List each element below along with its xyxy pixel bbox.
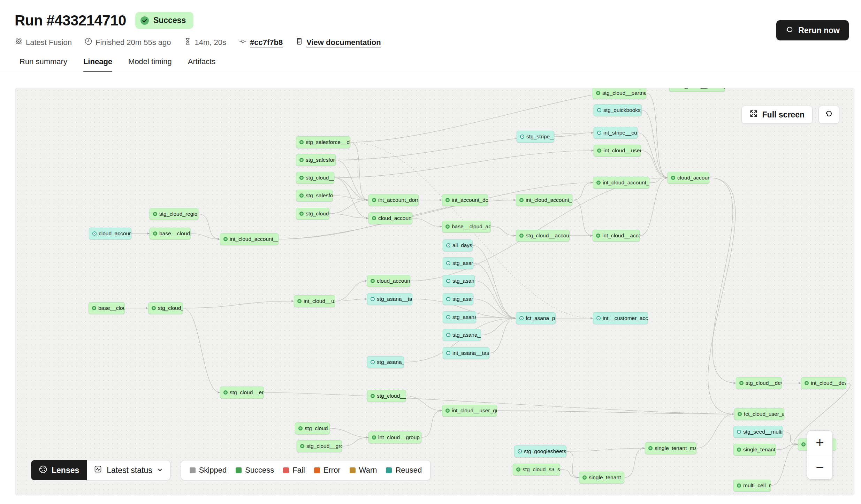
graph-node-n26[interactable]: stg_asana__…: [367, 356, 404, 368]
graph-node-n51[interactable]: int_cloud__devel…: [801, 377, 846, 389]
lineage-canvas[interactable]: cloud_account…stg_cloud_region…base__clo…: [15, 88, 854, 495]
graph-node-n9[interactable]: stg_cloud__us…: [296, 172, 334, 184]
graph-node-label: int_cloud__user_ac…: [603, 147, 641, 154]
graph-node-n1[interactable]: cloud_account…: [89, 228, 131, 239]
graph-node-n49[interactable]: single_tenant_mapp…: [645, 442, 696, 454]
graph-node-label: base__cloud_…: [159, 230, 191, 237]
legend-item-success: Success: [236, 466, 274, 475]
graph-node-n35[interactable]: int_cloud_account_ma…: [593, 177, 649, 189]
graph-node-n45[interactable]: int_cloud__group_per…: [368, 432, 421, 443]
graph-node-n44[interactable]: stg_cloud__group…: [297, 440, 342, 452]
reused-status-icon: [446, 279, 450, 283]
graph-node-n18[interactable]: int_cloud__accoun…: [593, 230, 640, 242]
graph-node-n15[interactable]: cloud_accounts_…: [368, 212, 412, 224]
graph-node-n50[interactable]: stg_cloud__devel…: [736, 377, 782, 389]
graph-node-n6[interactable]: stg_cloud_…: [148, 302, 183, 314]
graph-node-n41[interactable]: stg_cloud__us…: [367, 390, 406, 402]
graph-node-n33[interactable]: int_stripe__custo…: [594, 127, 638, 139]
graph-node-label: cloud_account…: [99, 230, 131, 237]
graph-node-n32[interactable]: stg_quickbooks__a…: [594, 104, 642, 116]
graph-node-n42[interactable]: int_cloud__user_group…: [442, 405, 497, 417]
rerun-icon: [785, 25, 794, 36]
reused-status-icon: [737, 430, 741, 434]
graph-node-n16[interactable]: base__cloud_acco…: [442, 221, 491, 232]
success-status-icon: [596, 234, 600, 238]
graph-node-label: base__clou…: [98, 305, 125, 311]
graph-node-label: stg_cloud__email…: [230, 389, 264, 396]
full-screen-button[interactable]: Full screen: [741, 106, 813, 124]
graph-node-n48[interactable]: single_tenant_map…: [579, 472, 624, 483]
graph-node-n23[interactable]: stg_asana__…: [443, 311, 476, 323]
graph-node-n25[interactable]: int_asana__task_s…: [443, 347, 489, 359]
graph-node-n22[interactable]: stg_asana…: [443, 293, 473, 305]
graph-node-n53[interactable]: stg_seed__multireg…: [733, 426, 783, 438]
graph-node-n34[interactable]: int_cloud__user_ac…: [594, 145, 641, 156]
success-status-icon: [299, 140, 304, 144]
graph-node-n27[interactable]: cloud_account…: [367, 275, 410, 287]
graph-node-n47[interactable]: stg_cloud_s3_singl…: [513, 464, 560, 475]
graph-node-n39[interactable]: int__customer_account…: [593, 312, 648, 324]
graph-node-n19[interactable]: all_days: [443, 239, 473, 251]
view-documentation-link[interactable]: View documentation: [306, 38, 381, 47]
graph-node-n29[interactable]: int_cloud__us…: [294, 295, 335, 307]
graph-node-n56[interactable]: multi_cell_m…: [733, 480, 771, 491]
zoom-out-button[interactable]: −: [807, 455, 832, 479]
success-status-icon: [519, 234, 524, 238]
graph-node-n46[interactable]: stg_googlesheets__sin…: [514, 445, 566, 457]
rerun-now-button[interactable]: Rerun now: [776, 20, 849, 40]
tab-artifacts[interactable]: Artifacts: [188, 57, 215, 72]
reused-status-icon: [92, 231, 97, 236]
refresh-icon: [824, 109, 833, 120]
graph-node-label: fct_cloud_user_acc…: [744, 411, 784, 417]
graph-node-n28[interactable]: stg_asana__tas…: [367, 293, 412, 305]
refresh-graph-button[interactable]: [818, 106, 839, 124]
graph-node-n8[interactable]: stg_salesforce_…: [296, 154, 336, 166]
graph-node-n21[interactable]: stg_asana_…: [443, 275, 475, 287]
lens-selector[interactable]: Latest status: [87, 460, 170, 480]
graph-node-n10[interactable]: stg_salesforce…: [296, 190, 333, 201]
graph-node-label: stg_cloud_region…: [159, 211, 198, 217]
graph-node-n36[interactable]: cloud_account…: [668, 172, 709, 184]
tab-lineage[interactable]: Lineage: [83, 57, 112, 72]
graph-node-n4[interactable]: int_cloud_account__m…: [220, 233, 279, 245]
graph-node-label: stg_cloud_…: [305, 425, 330, 432]
graph-node-n30[interactable]: stg_stripe__c…: [517, 131, 554, 143]
graph-node-n7[interactable]: stg_salesforce__cloud_…: [296, 136, 350, 148]
tab-bar: Run summary Lineage Model timing Artifac…: [0, 57, 861, 72]
graph-node-n54[interactable]: single_tenant_…: [733, 444, 776, 456]
zoom-in-button[interactable]: +: [807, 431, 832, 455]
success-status-icon: [298, 426, 303, 430]
graph-node-n5[interactable]: base__clou…: [89, 302, 125, 314]
lenses-button[interactable]: Lenses: [31, 460, 87, 480]
graph-node-label: single_tenant_map…: [589, 474, 624, 481]
tab-model-timing[interactable]: Model timing: [128, 57, 172, 72]
commit-link[interactable]: #cc7f7b8: [250, 38, 283, 47]
graph-node-label: single_tenant_…: [743, 446, 776, 453]
graph-node-n17[interactable]: stg_cloud__accounts…: [516, 230, 570, 242]
reused-status-icon: [520, 135, 524, 139]
graph-node-n20[interactable]: stg_asana…: [443, 257, 473, 269]
graph-node-n43[interactable]: stg_cloud_…: [295, 422, 330, 434]
graph-node-n52[interactable]: fct_cloud_user_acc…: [734, 408, 784, 420]
success-status-icon: [153, 231, 157, 236]
graph-node-n11[interactable]: stg_cloud__…: [296, 208, 329, 220]
graph-node-n38[interactable]: fct_asana_proj…: [516, 312, 556, 324]
graph-node-n13[interactable]: int_account_dom…: [442, 194, 488, 206]
graph-node-label: stg_cloud__accounts…: [526, 232, 570, 239]
graph-node-n14[interactable]: int_cloud_account_ma…: [516, 194, 572, 206]
graph-node-label: int_cloud__group_per…: [378, 434, 421, 441]
graph-node-n12[interactable]: int_account_domain…: [368, 194, 419, 206]
graph-node-n24[interactable]: stg_asana__pr…: [443, 329, 481, 341]
success-status-icon: [223, 390, 228, 395]
graph-node-label: int_cloud__devel…: [811, 380, 846, 386]
tab-run-summary[interactable]: Run summary: [20, 57, 67, 72]
graph-node-n2[interactable]: stg_cloud_region…: [150, 208, 198, 220]
graph-node-n40[interactable]: stg_cloud__email…: [220, 387, 264, 398]
graph-node-n31[interactable]: stg_cloud__partner_c…: [593, 88, 646, 99]
reused-status-icon: [519, 316, 524, 320]
graph-node-label: stg_asana__pr…: [452, 332, 481, 338]
graph-node-n37[interactable]: int_cloud__partner_con…: [669, 88, 725, 92]
graph-node-label: int_cloud__partner_con…: [679, 88, 725, 89]
graph-node-n3[interactable]: base__cloud_…: [150, 228, 191, 239]
legend-item-error: Error: [314, 466, 341, 475]
